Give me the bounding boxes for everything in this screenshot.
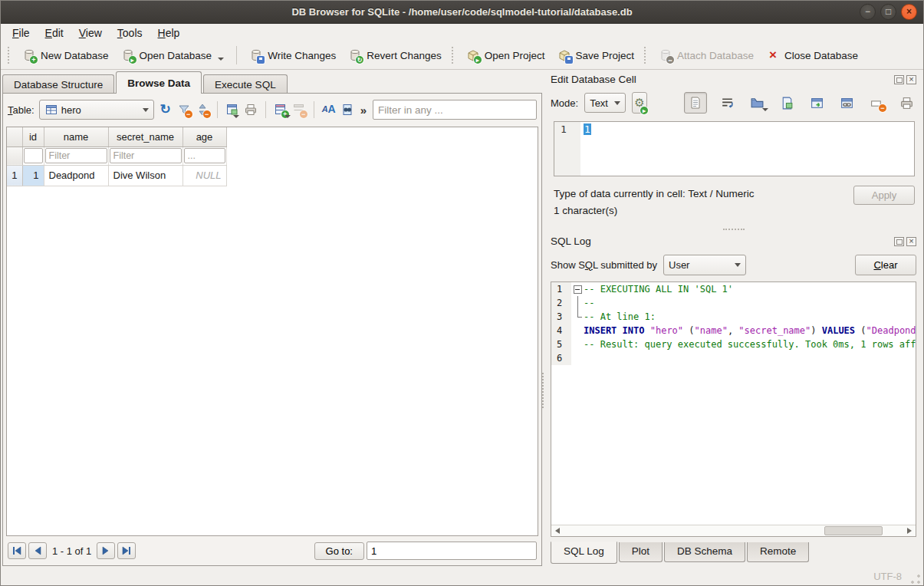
print-button[interactable] — [244, 103, 258, 117]
panel-splitter[interactable] — [542, 70, 544, 566]
toolbar-overflow-icon[interactable]: » — [359, 104, 368, 117]
sql-submitter-selector[interactable]: User — [663, 255, 746, 275]
menu-view[interactable]: View — [72, 25, 109, 41]
dock-splitter[interactable] — [551, 226, 916, 233]
close-database-button[interactable]: × Close Database — [760, 45, 864, 65]
tab-remote[interactable]: Remote — [747, 542, 809, 562]
open-in-external-button[interactable] — [807, 93, 827, 113]
clear-sort-button[interactable] — [196, 103, 209, 117]
filter-input-age[interactable] — [184, 148, 225, 163]
open-url-button[interactable] — [837, 93, 857, 113]
open-database-button[interactable]: Open Database — [115, 45, 231, 65]
minimize-button[interactable]: − — [860, 4, 876, 20]
write-changes-button[interactable]: Write Changes — [243, 45, 342, 65]
toolbar-grip[interactable] — [644, 47, 649, 64]
sql-log-line: 3 -- At line 1: — [551, 310, 916, 324]
column-header-name[interactable]: name — [44, 127, 108, 146]
export-cell-data-button[interactable] — [777, 93, 797, 113]
find-in-table-button[interactable] — [340, 103, 354, 117]
apply-button[interactable]: Apply — [853, 186, 915, 205]
cell-secret-name[interactable]: Dive Wilson — [108, 165, 182, 186]
filter-input-id[interactable] — [24, 148, 43, 163]
menu-edit[interactable]: Edit — [38, 25, 71, 41]
attach-database-button[interactable]: Attach Database — [653, 45, 760, 65]
print-cell-button[interactable] — [896, 93, 916, 113]
tab-plot[interactable]: Plot — [619, 542, 663, 562]
first-record-button[interactable] — [8, 542, 26, 559]
save-table-dropdown-icon[interactable] — [233, 115, 239, 118]
tab-database-structure[interactable]: Database Structure — [2, 74, 114, 94]
float-dock-icon[interactable] — [894, 75, 904, 84]
close-dock-icon[interactable] — [906, 75, 916, 84]
sql-log-editor[interactable]: 1 -- EXECUTING ALL IN 'SQL 1' 2 -- 3 -- … — [551, 281, 916, 537]
filter-any-input[interactable] — [373, 100, 537, 120]
menu-file[interactable]: File — [5, 25, 37, 41]
revert-changes-icon — [348, 48, 362, 62]
new-database-button[interactable]: New Database — [16, 45, 115, 65]
resize-grip[interactable] — [910, 574, 921, 584]
chevron-down-icon — [143, 108, 149, 112]
mode-selector[interactable]: Text — [584, 93, 626, 113]
set-null-button[interactable] — [866, 93, 886, 113]
column-header-age[interactable]: age — [182, 127, 226, 146]
clear-log-button[interactable]: Clear — [855, 255, 916, 275]
import-cell-data-button[interactable] — [747, 93, 767, 113]
toolbar-grip[interactable] — [452, 47, 456, 64]
cell-name[interactable]: Deadpond — [44, 165, 108, 186]
cell-age[interactable]: NULL — [182, 165, 226, 186]
record-range: 1 - 1 of 1 — [49, 545, 94, 557]
revert-changes-button[interactable]: Revert Changes — [342, 45, 448, 65]
import-dropdown-icon[interactable] — [762, 108, 768, 111]
toolbar-grip[interactable] — [8, 47, 12, 64]
word-wrap-button[interactable] — [717, 93, 737, 113]
maximize-button[interactable]: □ — [880, 4, 896, 20]
text-mode-button[interactable] — [684, 92, 707, 114]
cell-id[interactable]: 1 — [22, 165, 44, 186]
filter-input-secret-name[interactable] — [110, 148, 182, 163]
tab-execute-sql[interactable]: Execute SQL — [203, 74, 288, 94]
tab-browse-data[interactable]: Browse Data — [116, 71, 202, 94]
row-header[interactable]: 1 — [7, 165, 22, 186]
close-database-icon: × — [766, 48, 780, 62]
scroll-left-icon[interactable] — [551, 525, 564, 536]
insert-record-button[interactable] — [274, 103, 288, 117]
tab-db-schema[interactable]: DB Schema — [664, 542, 745, 562]
fold-marker-icon[interactable] — [571, 282, 584, 296]
tab-sql-log[interactable]: SQL Log — [551, 542, 617, 564]
filter-input-name[interactable] — [45, 148, 107, 163]
menu-tools[interactable]: Tools — [110, 25, 150, 41]
font-settings-button[interactable] — [322, 103, 336, 117]
clear-filters-button[interactable] — [177, 103, 191, 117]
cell-editor-line-number: 1 — [554, 122, 580, 176]
column-header-secret-name[interactable]: secret_name — [108, 127, 182, 146]
refresh-button[interactable]: ↻ — [159, 103, 173, 117]
open-database-dropdown-icon[interactable] — [218, 58, 224, 61]
cell-type-info: Type of data currently in cell: Text / N… — [554, 186, 755, 202]
table-selector[interactable]: hero — [39, 100, 154, 120]
open-project-icon — [466, 48, 480, 62]
horizontal-scrollbar[interactable] — [551, 525, 916, 536]
open-project-button[interactable]: Open Project — [460, 45, 551, 65]
menubar: File Edit View Tools Help — [1, 24, 923, 41]
save-table-button[interactable] — [225, 103, 239, 117]
menu-help[interactable]: Help — [151, 25, 187, 41]
next-record-button[interactable] — [97, 542, 115, 559]
goto-button[interactable]: Go to: — [314, 542, 364, 560]
scroll-right-icon[interactable] — [903, 525, 916, 536]
close-button[interactable]: × — [901, 4, 917, 20]
auto-switch-mode-button[interactable]: ⚙ — [632, 92, 647, 114]
previous-record-button[interactable] — [28, 542, 47, 559]
insert-record-dropdown-icon[interactable] — [284, 115, 291, 118]
encoding-indicator[interactable]: UTF-8 — [873, 571, 902, 582]
last-record-button[interactable] — [117, 542, 136, 559]
cell-value-editor[interactable]: 1 1 — [554, 121, 915, 176]
sql-submitter-value: User — [669, 259, 689, 271]
sql-log-dock-title: SQL Log — [551, 233, 916, 249]
column-header-id[interactable]: id — [22, 127, 44, 146]
scrollbar-thumb[interactable] — [824, 526, 883, 535]
goto-input[interactable] — [367, 542, 537, 560]
delete-record-button[interactable] — [292, 103, 306, 117]
save-project-button[interactable]: Save Project — [551, 45, 641, 65]
float-dock-icon[interactable] — [894, 237, 904, 246]
close-dock-icon[interactable] — [906, 237, 916, 246]
